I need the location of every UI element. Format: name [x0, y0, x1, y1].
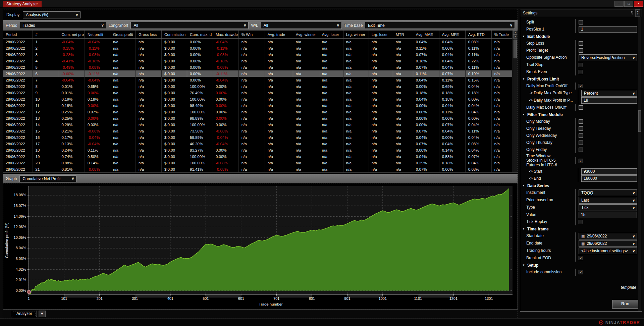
instrument-dropdown[interactable]: TQQQ∨ [579, 189, 637, 196]
table-row[interactable]: 28/06/2022140.29%0.03%n/an/a$ 0.00100.00… [3, 121, 512, 128]
pin-icon[interactable] [630, 11, 634, 15]
column-header-cum_max[interactable]: Cum. max. d [187, 31, 213, 39]
type-dropdown[interactable]: Tick∨ [579, 204, 637, 211]
start-date-dropdown[interactable]: ▦29/06/2022∨ [579, 233, 637, 239]
column-header-win[interactable]: % Win [238, 31, 265, 39]
time-base-dropdown[interactable]: Exit Time ∨ [365, 22, 515, 29]
table-row[interactable]: 28/06/20225-0.49%-0.08%n/an/a$ 0.000.00%… [3, 64, 512, 70]
table-row[interactable]: 28/06/2022110.18%0.00%n/an/a$ 0.0098.49%… [3, 102, 512, 109]
maximize-button[interactable]: □ [624, 1, 633, 7]
column-header-mfe[interactable]: Avg. MFE [439, 31, 465, 39]
scroll-up-icon[interactable]: ▲ [513, 31, 517, 35]
template-link[interactable]: template [621, 285, 636, 290]
table-row[interactable]: 28/06/20224-0.41%-0.18%n/an/a$ 0.000.00%… [3, 58, 512, 64]
column-header-mtr[interactable]: MTR [393, 31, 413, 39]
profit-target-checkbox[interactable] [579, 48, 583, 53]
settings-group-exit-module[interactable]: ▼Exit Module [522, 33, 637, 40]
table-row[interactable]: 28/06/2022160.17%-0.04%n/an/a$ 0.0059.89… [3, 134, 512, 141]
table-row[interactable]: 28/06/2022100.19%0.18%n/an/a$ 0.00100.00… [3, 96, 512, 102]
start-input[interactable]: 93000 [581, 168, 637, 175]
daily-max-profit-type-dropdown[interactable]: Percent∨ [581, 90, 637, 97]
column-header-lrg_loser[interactable]: Lrg. loser [369, 31, 393, 39]
column-header-num[interactable]: # [33, 31, 59, 39]
stop-loss-checkbox[interactable] [579, 41, 583, 46]
break-even-checkbox[interactable] [579, 70, 583, 74]
table-row[interactable]: 28/06/20222-0.15%-0.11%n/an/a$ 0.000.00%… [3, 45, 512, 51]
only-thursday-checkbox[interactable] [579, 141, 583, 145]
table-row[interactable]: 28/06/2022190.74%0.50%n/an/a$ 0.00100.00… [3, 153, 512, 160]
table-row[interactable]: 28/06/2022120.25%0.07%n/an/a$ 0.00100.00… [3, 109, 512, 115]
daily-max-profit-on-off-checkbox[interactable]: ✓ [579, 84, 583, 88]
column-header-lrg_winner[interactable]: Lrg. winner [343, 31, 369, 39]
only-tuesday-checkbox[interactable] [579, 126, 583, 131]
column-header-avg_trade[interactable]: Avg. trade [265, 31, 293, 39]
settings-group-setup[interactable]: ▼Setup [522, 262, 637, 269]
scrollbar-thumb[interactable] [638, 110, 641, 132]
settings-group-profit-loss-limit[interactable]: ▼Profit/Loss Limit [522, 75, 637, 83]
table-row[interactable]: 28/06/2022170.13%-0.04%n/an/a$ 0.0046.20… [3, 141, 512, 147]
settings-group-filter-time-module[interactable]: ▼Filter Time Module [522, 111, 637, 118]
table-row[interactable]: 28/06/2022200.88%0.14%n/an/a$ 0.00100.00… [3, 160, 512, 166]
column-header-etd[interactable]: Avg. ETD [465, 31, 491, 39]
column-header-commission[interactable]: Commission [161, 31, 187, 39]
column-header-avg_loser[interactable]: Avg. loser [319, 31, 343, 39]
graph-type-dropdown[interactable]: Cumulative Net Profit ∨ [19, 175, 76, 182]
table-row[interactable]: 28/06/2022180.24%0.11%n/an/a$ 0.0083.27%… [3, 147, 512, 153]
table-row[interactable]: 28/06/2022150.21%-0.08%n/an/a$ 0.0073.58… [3, 128, 512, 134]
trail-stop-checkbox[interactable] [579, 63, 583, 67]
long-short-dropdown[interactable]: All ∨ [130, 22, 249, 29]
wl-dropdown[interactable]: All ∨ [261, 22, 342, 29]
column-header-mae[interactable]: Avg. MAE [413, 31, 439, 39]
trading-hours-dropdown[interactable]: <Use instrument settings>∨ [579, 248, 637, 254]
settings-scrollbar[interactable] [638, 17, 641, 311]
time-window-checkbox[interactable]: ✓ [579, 159, 583, 163]
possize-1-input[interactable]: 1 [579, 26, 637, 33]
table-row[interactable]: 28/06/202290.01%0.00%n/an/a$ 0.0076.49%0… [3, 90, 512, 96]
price-based-on-dropdown[interactable]: Last∨ [579, 197, 637, 204]
table-row[interactable]: 28/06/20221-0.04%-0.04%n/an/a$ 0.000.00%… [3, 39, 512, 45]
cell-net: 0.07% [85, 109, 110, 115]
end-date-dropdown[interactable]: ▦29/06/2022∨ [579, 240, 637, 247]
period-dropdown[interactable]: Trades ∨ [20, 22, 106, 29]
settings-group-data-series[interactable]: ▼Data Series [522, 182, 637, 189]
daily-max-profit-in-p-input[interactable]: 18 [581, 97, 637, 104]
tab-analyzer[interactable]: Analyzer [12, 311, 37, 317]
only-monday-checkbox[interactable] [579, 119, 583, 124]
table-row[interactable]: 28/06/20227-0.64%-0.04%n/an/a$ 0.000.00%… [3, 77, 512, 83]
run-button[interactable]: Run [612, 300, 638, 309]
scroll-down-icon[interactable]: ▼ [513, 35, 517, 39]
close-button[interactable]: × [634, 1, 643, 7]
settings-scroll-arrows[interactable]: ▲▼ [635, 9, 640, 17]
table-row[interactable]: 28/06/20226-0.60%-0.11%n/an/a$ 0.000.00%… [3, 70, 512, 77]
scrollbar-thumb[interactable] [514, 40, 517, 58]
table-row[interactable]: 28/06/20223-0.23%-0.08%n/an/a$ 0.000.00%… [3, 51, 512, 58]
add-tab-button[interactable]: + [39, 311, 46, 317]
column-header-gross_profit[interactable]: Gross profit [110, 31, 136, 39]
table-row[interactable]: 28/06/2022130.25%0.00%n/an/a$ 0.0098.89%… [3, 115, 512, 121]
table-row[interactable]: 28/06/202280.01%0.65%n/an/a$ 0.00100.00%… [3, 83, 512, 90]
column-header-avg_winner[interactable]: Avg. winner [293, 31, 319, 39]
column-header-net[interactable]: Net profit [85, 31, 110, 39]
table-row[interactable]: 28/06/2022210.81%-0.08%n/an/a$ 0.0091.41… [3, 166, 512, 172]
end-input[interactable]: 160000 [581, 175, 637, 182]
break-at-eod-checkbox[interactable]: ✓ [579, 256, 583, 260]
cell-net: 0.11% [85, 147, 110, 153]
column-header-gross_loss[interactable]: Gross loss [136, 31, 161, 39]
settings-group-time-frame[interactable]: ▼Time frame [522, 225, 637, 232]
include-commission-checkbox[interactable]: ✓ [579, 270, 583, 274]
grid-scrollbar[interactable]: ▲ ▼ [513, 31, 518, 172]
only-friday-checkbox[interactable] [579, 148, 583, 152]
daily-max-loss-on-off-checkbox[interactable] [579, 105, 583, 110]
tick-replay-checkbox[interactable] [579, 220, 583, 224]
only-wednesday-checkbox[interactable] [579, 133, 583, 138]
minimize-button[interactable]: – [614, 1, 624, 7]
value-input[interactable]: 15 [579, 212, 637, 218]
split-checkbox[interactable] [579, 20, 583, 24]
cell-etd: 0.04% [465, 121, 491, 128]
display-dropdown[interactable]: Analysis (%) ∨ [23, 11, 80, 18]
opposite-signal-action-dropdown[interactable]: ReverseExistingPosition∨ [579, 54, 637, 61]
column-header-max_dd[interactable]: Max. drawdo [213, 31, 238, 39]
column-header-period[interactable]: Period [3, 31, 33, 39]
column-header-cum_net[interactable]: Cum. net pro [59, 31, 85, 39]
column-header-trade_pct[interactable]: % Trade [491, 31, 512, 39]
